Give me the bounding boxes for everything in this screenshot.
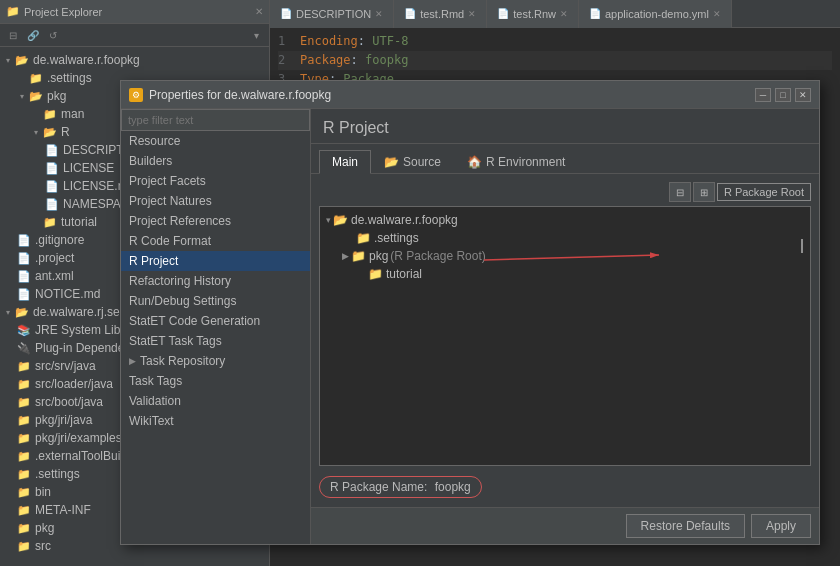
refactoring-label: Refactoring History	[129, 274, 231, 288]
cursor-area	[801, 238, 803, 253]
pkg-tree-arrow: ▶	[342, 251, 349, 261]
rproject-pkg-suffix: (R Package Root)	[390, 249, 485, 263]
dialog-controls: ─ □ ✕	[755, 88, 811, 102]
antxml-label: ant.xml	[35, 269, 74, 283]
r-package-name-section: R Package Name: foopkg	[319, 476, 811, 498]
nav-item-validation[interactable]: Validation	[121, 391, 310, 411]
sync-icon[interactable]: ↺	[44, 26, 62, 44]
svg-line-1	[484, 255, 659, 260]
r-package-name-value: foopkg	[435, 480, 471, 494]
nav-item-wikitext[interactable]: WikiText	[121, 411, 310, 431]
rmd-tab-close[interactable]: ✕	[468, 9, 476, 19]
rproject-tutorial-label: tutorial	[386, 267, 422, 281]
metainf-label: META-INF	[35, 503, 91, 517]
rj-folder-icon: 📂	[14, 304, 30, 320]
rnw-tab-close[interactable]: ✕	[560, 9, 568, 19]
src-icon: 📁	[16, 538, 32, 554]
rproject-root-item[interactable]: ▾ 📂 de.walware.r.foopkg	[324, 211, 806, 229]
description-tab[interactable]: 📄 DESCRIPTION ✕	[270, 0, 394, 28]
rproject-root-label: de.walware.r.foopkg	[351, 213, 458, 227]
dialog-titlebar: ⚙ Properties for de.walware.r.foopkg ─ □…	[121, 81, 819, 109]
nav-item-project-natures[interactable]: Project Natures	[121, 191, 310, 211]
settings2-label: .settings	[35, 467, 80, 481]
panel-titlebar: 📁 Project Explorer ✕	[0, 0, 269, 24]
resource-label: Resource	[129, 134, 180, 148]
nav-item-task-tags[interactable]: Task Tags	[121, 371, 310, 391]
nav-item-statet-codegen[interactable]: StatET Code Generation	[121, 311, 310, 331]
rnw-tab[interactable]: 📄 test.Rnw ✕	[487, 0, 579, 28]
bin-folder-icon: 📁	[16, 484, 32, 500]
source-tab-icon: 📂	[384, 155, 399, 169]
project-label: .project	[35, 251, 74, 265]
jri-examples-label: pkg/jri/examples	[35, 431, 122, 445]
expand-btn[interactable]: ⊞	[693, 182, 715, 202]
editor-tab-bar: 📄 DESCRIPTION ✕ 📄 test.Rmd ✕ 📄 test.Rnw …	[270, 0, 840, 28]
menu-icon[interactable]: ▾	[247, 26, 265, 44]
dialog-right-content: R Project Main 📂 Source 🏠 R Environment	[311, 109, 819, 544]
nav-search-input[interactable]	[121, 109, 310, 131]
nav-item-refactoring[interactable]: Refactoring History	[121, 271, 310, 291]
line-num-2: 2	[278, 51, 292, 70]
collapse-all-icon[interactable]: ⊟	[4, 26, 22, 44]
root-arrow-icon: ▾	[2, 56, 14, 65]
tutorial-folder-icon: 📁	[42, 214, 58, 230]
license-file-icon: 📄	[44, 160, 60, 176]
panel-icon: 📁	[6, 5, 20, 18]
desc-tab-label: DESCRIPTION	[296, 8, 371, 20]
tree-root-item[interactable]: ▾ 📂 de.walware.r.foopkg	[0, 51, 269, 69]
nav-item-statet-task-tags[interactable]: StatET Task Tags	[121, 331, 310, 351]
rproject-settings-label: .settings	[374, 231, 419, 245]
gitignore-label: .gitignore	[35, 233, 84, 247]
nav-item-task-repository[interactable]: ▶ Task Repository	[121, 351, 310, 371]
namespace-icon: 📄	[44, 196, 60, 212]
rproject-pkg-item[interactable]: ▶ 📁 pkg (R Package Root)	[324, 247, 806, 265]
restore-defaults-button[interactable]: Restore Defaults	[626, 514, 745, 538]
tab-r-environment[interactable]: 🏠 R Environment	[454, 150, 578, 173]
rmd-tab[interactable]: 📄 test.Rmd ✕	[394, 0, 487, 28]
panel-close-btn[interactable]: ✕	[255, 6, 263, 17]
boot-label: src/boot/java	[35, 395, 103, 409]
nav-item-run-debug[interactable]: Run/Debug Settings	[121, 291, 310, 311]
settings-folder-icon: 📁	[28, 70, 44, 86]
rproject-tutorial-icon: 📁	[368, 267, 383, 281]
line-content-1: Encoding: UTF-8	[300, 32, 408, 51]
dialog-maximize-btn[interactable]: □	[775, 88, 791, 102]
man-folder-icon: 📁	[42, 106, 58, 122]
nav-item-r-project[interactable]: R Project	[121, 251, 310, 271]
task-tags-label: Task Tags	[129, 374, 182, 388]
rproject-root-icon: 📂	[333, 213, 348, 227]
apply-button[interactable]: Apply	[751, 514, 811, 538]
nav-item-resource[interactable]: Resource	[121, 131, 310, 151]
run-debug-label: Run/Debug Settings	[129, 294, 236, 308]
settings-label: .settings	[47, 71, 92, 85]
line-num-1: 1	[278, 32, 292, 51]
tutorial-label: tutorial	[61, 215, 97, 229]
validation-label: Validation	[129, 394, 181, 408]
collapse-btn[interactable]: ⊟	[669, 182, 691, 202]
nav-item-project-references[interactable]: Project References	[121, 211, 310, 231]
nav-item-builders[interactable]: Builders	[121, 151, 310, 171]
yml-tab-close[interactable]: ✕	[713, 9, 721, 19]
jri-java-label: pkg/jri/java	[35, 413, 92, 427]
link-editor-icon[interactable]: 🔗	[24, 26, 42, 44]
external-tool-icon: 📁	[16, 448, 32, 464]
dialog-minimize-btn[interactable]: ─	[755, 88, 771, 102]
tab-r-env-label: R Environment	[486, 155, 565, 169]
r-package-root-badge[interactable]: R Package Root	[717, 183, 811, 201]
yml-tab-label: application-demo.yml	[605, 8, 709, 20]
nav-item-r-code-format[interactable]: R Code Format	[121, 231, 310, 251]
nav-item-project-facets[interactable]: Project Facets	[121, 171, 310, 191]
src-label: src	[35, 539, 51, 553]
antxml-icon: 📄	[16, 268, 32, 284]
tab-source[interactable]: 📂 Source	[371, 150, 454, 173]
desc-tab-close[interactable]: ✕	[375, 9, 383, 19]
yml-tab[interactable]: 📄 application-demo.yml ✕	[579, 0, 732, 28]
dialog-close-btn[interactable]: ✕	[795, 88, 811, 102]
dialog-tabs: Main 📂 Source 🏠 R Environment	[311, 144, 819, 174]
gitignore-icon: 📄	[16, 232, 32, 248]
pkg2-label: pkg	[35, 521, 54, 535]
statet-codegen-label: StatET Code Generation	[129, 314, 260, 328]
r-project-label: R Project	[129, 254, 178, 268]
dialog-main-content: ⊟ ⊞ R Package Root ▾ 📂 de.walware.r.foop…	[311, 174, 819, 507]
tab-main[interactable]: Main	[319, 150, 371, 174]
